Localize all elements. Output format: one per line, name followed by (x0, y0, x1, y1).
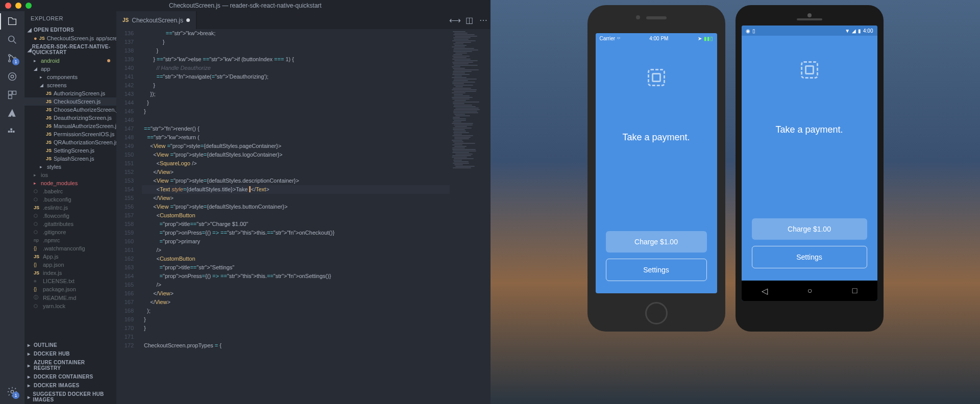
docker-hub-header[interactable]: ▸DOCKER HUB (24, 349, 116, 358)
svg-point-2 (9, 60, 11, 62)
maximize-icon[interactable] (26, 3, 32, 9)
split-editor-icon[interactable]: ◫ (462, 11, 476, 29)
file-item[interactable]: ⓘREADME.md (24, 293, 116, 302)
outline-header[interactable]: ▸OUTLINE (24, 341, 116, 349)
minimap[interactable] (450, 29, 491, 404)
sidebar: EXPLORER ◢OPEN EDITORS ●JSCheckoutScreen… (24, 11, 116, 404)
ios-screen[interactable]: Carrier⌔ 4:00 PM ➤▮▮▯ Take a payment. Ch… (596, 33, 717, 293)
svg-point-5 (11, 75, 14, 78)
file-item[interactable]: JSQRAuthorizationScreen.js (24, 138, 116, 146)
folder-styles[interactable]: ▸styles (24, 163, 116, 171)
close-icon[interactable] (5, 3, 11, 9)
open-editor-item[interactable]: ●JSCheckoutScreen.js app/screens (24, 34, 116, 42)
file-item[interactable]: JSPermissionScreenIOS.js (24, 130, 116, 138)
file-item[interactable]: JSindex.js (24, 269, 116, 277)
folder-node-modules[interactable]: ▸node_modules (24, 179, 116, 187)
suggested-header[interactable]: ▸SUGGESTED DOCKER HUB IMAGES (24, 390, 116, 404)
folder-ios[interactable]: ▸ios (24, 171, 116, 179)
settings-button[interactable]: Settings (606, 259, 707, 281)
charge-button[interactable]: Charge $1.00 (752, 218, 867, 240)
file-item[interactable]: ⬡.gitignore (24, 228, 116, 236)
svg-point-4 (9, 73, 16, 81)
azure-header[interactable]: ▸AZURE CONTAINER REGISTRY (24, 358, 116, 372)
tabs: JSCheckoutScreen.js ⟷ ◫ ⋯ (116, 11, 491, 29)
gutter: 1361371381391401411421431441451461471481… (116, 29, 142, 404)
modified-dot-icon (186, 18, 190, 22)
file-item[interactable]: JS.eslintrc.js (24, 204, 116, 212)
docker-containers-header[interactable]: ▸DOCKER CONTAINERS (24, 372, 116, 381)
file-item[interactable]: JSManualAuthorizeScreen.js (24, 122, 116, 130)
android-screen[interactable]: ◉▯ ▼◢▮4:00 Take a payment. Charge $1.00 … (742, 26, 877, 301)
file-item[interactable]: {}.watchmanconfig (24, 244, 116, 252)
ios-home-button[interactable] (645, 302, 668, 324)
folder-screens[interactable]: ◢screens (24, 81, 116, 89)
editor[interactable]: 1361371381391401411421431441451461471481… (116, 29, 491, 404)
svg-point-1 (9, 55, 11, 57)
ios-time: 4:00 PM (649, 36, 668, 41)
file-item[interactable]: JSAuthorizingScreen.js (24, 89, 116, 97)
svg-rect-11 (13, 131, 15, 133)
signal-icon: ◢ (852, 28, 856, 34)
android-camera-icon (807, 13, 812, 17)
extensions-icon[interactable] (6, 89, 18, 101)
minimize-icon[interactable] (15, 3, 21, 9)
window-title: CheckoutScreen.js — reader-sdk-react-nat… (169, 2, 322, 9)
square-logo-icon (648, 69, 665, 86)
project-header[interactable]: ◢READER-SDK-REACT-NATIVE-QUICKSTART (24, 42, 116, 57)
explorer-icon[interactable] (6, 15, 18, 28)
more-icon[interactable]: ⋯ (476, 11, 491, 29)
file-item[interactable]: JSChooseAuthorizeScreen.js (24, 106, 116, 114)
file-item[interactable]: np.npmrc (24, 236, 116, 244)
location-icon: ➤ (698, 36, 702, 41)
file-item[interactable]: ⬡.babelrc (24, 187, 116, 195)
docker-images-header[interactable]: ▸DOCKER IMAGES (24, 381, 116, 390)
ios-simulator: Carrier⌔ 4:00 PM ➤▮▮▯ Take a payment. Ch… (587, 5, 725, 332)
file-item[interactable]: {}app.json (24, 261, 116, 269)
open-preview-icon[interactable]: ⟷ (448, 11, 462, 29)
code-content[interactable]: =="str">"kw">break; } } } =="str">"kw">e… (142, 29, 450, 404)
source-control-icon[interactable]: 1 (6, 52, 18, 64)
file-item[interactable]: ⬡yarn.lock (24, 302, 116, 310)
azure-icon[interactable] (6, 107, 18, 119)
search-icon[interactable] (6, 34, 18, 46)
vscode-window: CheckoutScreen.js — reader-sdk-react-nat… (0, 0, 491, 404)
file-item[interactable]: JSDeauthorizingScreen.js (24, 114, 116, 122)
file-item[interactable]: JSApp.js (24, 252, 116, 261)
folder-app[interactable]: ◢app (24, 65, 116, 73)
wifi-icon: ⌔ (617, 36, 620, 41)
docker-icon[interactable] (6, 125, 18, 138)
debug-icon[interactable] (6, 70, 18, 83)
ios-status-bar: Carrier⌔ 4:00 PM ➤▮▮▯ (596, 33, 717, 43)
traffic-lights (0, 3, 32, 9)
file-item[interactable]: ⬡.buckconfig (24, 195, 116, 204)
battery-icon: ▮▮▯ (704, 36, 713, 41)
file-item[interactable]: {}package.json (24, 285, 116, 293)
android-nav-bar: ◁ ○ □ (742, 281, 877, 301)
simulator-area: Carrier⌔ 4:00 PM ➤▮▮▯ Take a payment. Ch… (491, 0, 980, 404)
file-item[interactable]: ⬡.flowconfig (24, 212, 116, 220)
folder-android[interactable]: ▸android (24, 57, 116, 65)
folder-components[interactable]: ▸components (24, 73, 116, 81)
settings-button[interactable]: Settings (752, 246, 867, 268)
activity-bar: 1 1 (0, 11, 24, 404)
file-item[interactable]: JSCheckoutScreen.js (24, 97, 116, 106)
svg-point-0 (9, 36, 14, 42)
settings-gear-icon[interactable]: 1 (6, 386, 18, 398)
svg-rect-7 (13, 91, 16, 95)
square-logo-icon (801, 61, 818, 79)
file-item[interactable]: ≡LICENSE.txt (24, 277, 116, 285)
ios-camera-icon (636, 15, 640, 19)
tab-checkout[interactable]: JSCheckoutScreen.js (116, 11, 197, 29)
app-content: Take a payment. Charge $1.00 Settings (742, 36, 877, 281)
android-recents-icon[interactable]: □ (852, 286, 857, 295)
android-home-icon[interactable]: ○ (807, 286, 813, 295)
battery-icon: ▮ (858, 28, 861, 34)
file-item[interactable]: ⬡.gitattributes (24, 220, 116, 228)
debug-indicator-icon: ▯ (752, 28, 755, 34)
svg-rect-12 (10, 129, 12, 131)
file-item[interactable]: JSSplashScreen.js (24, 155, 116, 163)
open-editors-header[interactable]: ◢OPEN EDITORS (24, 26, 116, 34)
file-item[interactable]: JSSettingScreen.js (24, 146, 116, 155)
android-back-icon[interactable]: ◁ (762, 286, 768, 296)
charge-button[interactable]: Charge $1.00 (606, 231, 707, 252)
